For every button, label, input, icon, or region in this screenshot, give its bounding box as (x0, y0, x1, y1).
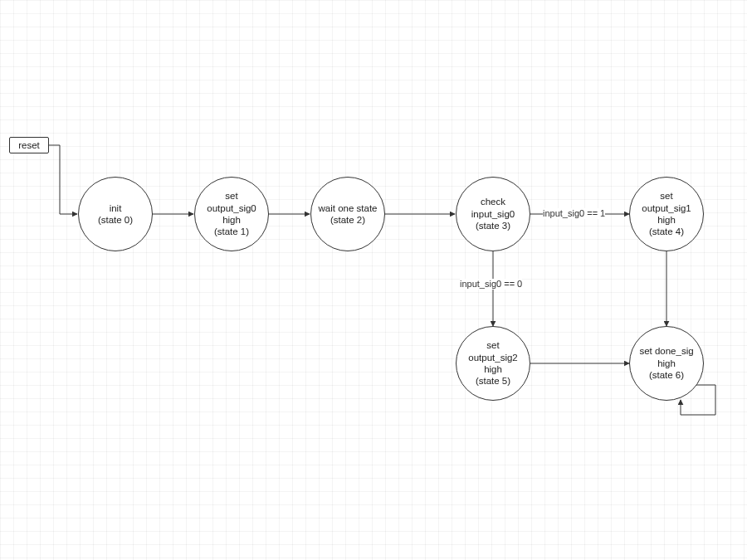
state-6[interactable]: set done_sig high (state 6) (629, 326, 704, 401)
edge-reset-s0 (49, 145, 77, 214)
edge-label-s3-s4: input_sig0 == 1 (543, 208, 605, 219)
edges-layer (0, 0, 747, 560)
state-2-text: wait one state (state 2) (315, 199, 381, 230)
state-5-text: set output_sig2 high (state 5) (465, 336, 520, 391)
edge-label-s3-s5: input_sig0 == 0 (460, 279, 522, 290)
state-3-text: check input_sig0 (state 3) (468, 192, 518, 235)
diagram-canvas[interactable]: { "reset": { "label": "reset" }, "states… (0, 0, 747, 560)
state-5[interactable]: set output_sig2 high (state 5) (456, 326, 530, 401)
state-4-text: set output_sig1 high (state 4) (638, 187, 694, 241)
state-6-text: set done_sig high (state 6) (636, 342, 696, 384)
reset-node[interactable]: reset (9, 137, 49, 153)
state-3[interactable]: check input_sig0 (state 3) (456, 177, 530, 251)
state-2[interactable]: wait one state (state 2) (310, 177, 385, 251)
state-0-text: init (state 0) (95, 199, 136, 230)
state-0[interactable]: init (state 0) (78, 177, 153, 251)
state-1-text: set output_sig0 high (state 1) (203, 187, 259, 241)
state-4[interactable]: set output_sig1 high (state 4) (629, 177, 704, 251)
state-1[interactable]: set output_sig0 high (state 1) (194, 177, 269, 251)
reset-label: reset (18, 139, 40, 151)
